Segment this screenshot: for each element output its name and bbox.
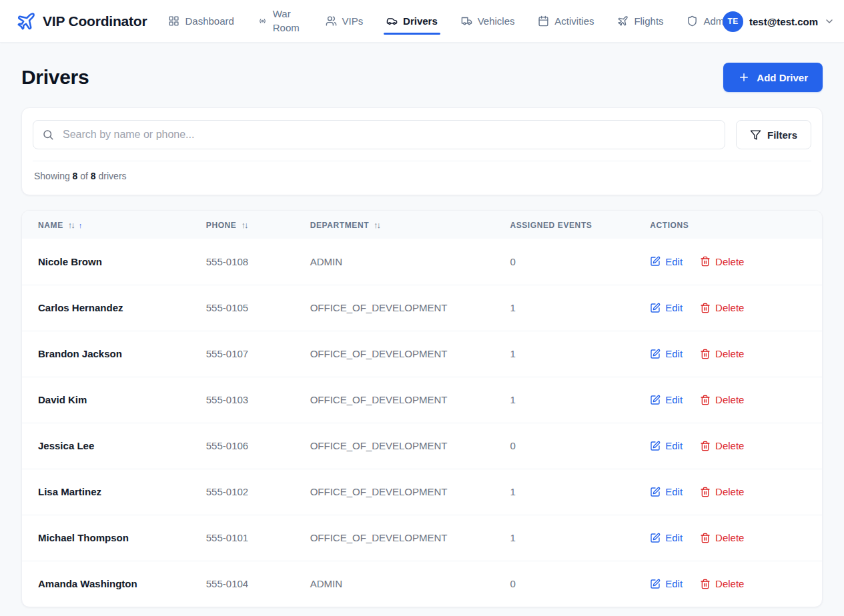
page-title: Drivers <box>21 66 89 89</box>
delete-label: Delete <box>715 394 744 405</box>
delete-label: Delete <box>715 578 744 589</box>
edit-label: Edit <box>665 256 683 267</box>
edit-driver-button[interactable]: Edit <box>650 302 683 313</box>
filters-button[interactable]: Filters <box>736 120 811 149</box>
car-icon <box>386 15 398 27</box>
delete-driver-button[interactable]: Delete <box>700 256 744 267</box>
nav-item-dashboard[interactable]: Dashboard <box>167 13 235 29</box>
chevron-down-icon[interactable] <box>824 16 835 27</box>
driver-phone: 555-0103 <box>190 377 294 423</box>
edit-pencil-icon <box>650 487 661 497</box>
driver-row: Amanda Washington 555-0104 ADMIN 0 Edit <box>22 561 822 607</box>
driver-department: OFFICE_OF_DEVELOPMENT <box>294 285 494 331</box>
driver-name: Lisa Martinez <box>22 469 190 515</box>
delete-driver-button[interactable]: Delete <box>700 302 744 313</box>
delete-driver-button[interactable]: Delete <box>700 394 744 405</box>
delete-driver-button[interactable]: Delete <box>700 578 744 589</box>
drivers-table-card: NAME↑↓↑ PHONE↑↓ DEPARTMENT↑↓ ASSIGNED EV… <box>21 210 823 607</box>
column-header-actions: ACTIONS <box>634 211 822 239</box>
edit-label: Edit <box>665 486 683 497</box>
edit-driver-button[interactable]: Edit <box>650 256 683 267</box>
driver-name: Michael Thompson <box>22 515 190 561</box>
driver-row: Carlos Hernandez 555-0105 OFFICE_OF_DEVE… <box>22 285 822 331</box>
page-header: Drivers Add Driver <box>21 63 823 92</box>
nav-label: VIPs <box>342 15 364 27</box>
driver-name: Amanda Washington <box>22 561 190 607</box>
calendar-icon <box>538 15 549 27</box>
driver-department: ADMIN <box>294 561 494 607</box>
driver-phone: 555-0108 <box>190 239 294 285</box>
table-header-row: NAME↑↓↑ PHONE↑↓ DEPARTMENT↑↓ ASSIGNED EV… <box>22 211 822 239</box>
trash-icon <box>700 349 711 359</box>
radio-icon <box>258 16 268 26</box>
delete-driver-button[interactable]: Delete <box>700 440 744 451</box>
edit-label: Edit <box>665 578 683 589</box>
driver-assigned-events: 0 <box>494 423 634 469</box>
delete-label: Delete <box>715 256 744 267</box>
brand: VIP Coordinator <box>16 11 147 31</box>
user-menu[interactable]: TE test@test.com <box>723 0 835 43</box>
people-icon <box>326 15 337 27</box>
driver-name: Carlos Hernandez <box>22 285 190 331</box>
driver-department: OFFICE_OF_DEVELOPMENT <box>294 469 494 515</box>
row-actions: Edit Delete <box>650 348 806 359</box>
trash-icon <box>700 579 711 589</box>
add-driver-button[interactable]: Add Driver <box>723 63 823 92</box>
results-count: Showing 8 of 8 drivers <box>33 161 811 184</box>
driver-row: Michael Thompson 555-0101 OFFICE_OF_DEVE… <box>22 515 822 561</box>
edit-driver-button[interactable]: Edit <box>650 348 683 359</box>
column-label: DEPARTMENT <box>310 221 369 230</box>
edit-label: Edit <box>665 302 683 313</box>
driver-row: Nicole Brown 555-0108 ADMIN 0 Edit <box>22 239 822 285</box>
user-email: test@test.com <box>749 16 818 27</box>
drivers-page: Drivers Add Driver <box>0 43 844 607</box>
nav-item-flights[interactable]: Flights <box>616 13 665 29</box>
edit-driver-button[interactable]: Edit <box>650 532 683 543</box>
nav-label: Activities <box>554 15 594 27</box>
nav-item-war-room[interactable]: War Room <box>256 5 304 37</box>
row-actions: Edit Delete <box>650 532 806 543</box>
column-header-name[interactable]: NAME↑↓↑ <box>22 211 190 239</box>
avatar[interactable]: TE <box>723 11 743 32</box>
edit-pencil-icon <box>650 256 661 267</box>
of-word: of <box>80 171 88 181</box>
edit-label: Edit <box>665 440 683 451</box>
delete-driver-button[interactable]: Delete <box>700 348 744 359</box>
trash-icon <box>700 256 711 267</box>
column-header-phone[interactable]: PHONE↑↓ <box>190 211 294 239</box>
driver-assigned-events: 1 <box>494 331 634 377</box>
delete-driver-button[interactable]: Delete <box>700 532 744 543</box>
edit-driver-button[interactable]: Edit <box>650 486 683 497</box>
driver-row: Jessica Lee 555-0106 OFFICE_OF_DEVELOPME… <box>22 423 822 469</box>
search-input[interactable] <box>33 120 725 149</box>
search-box <box>33 120 725 149</box>
row-actions: Edit Delete <box>650 578 806 589</box>
trash-icon <box>700 441 711 451</box>
edit-driver-button[interactable]: Edit <box>650 578 683 589</box>
driver-row: Brandon Jackson 555-0107 OFFICE_OF_DEVEL… <box>22 331 822 377</box>
driver-department: ADMIN <box>294 239 494 285</box>
edit-driver-button[interactable]: Edit <box>650 440 683 451</box>
brand-name: VIP Coordinator <box>43 13 147 29</box>
drivers-table: NAME↑↓↑ PHONE↑↓ DEPARTMENT↑↓ ASSIGNED EV… <box>22 211 822 607</box>
search-filter-card: Filters Showing 8 of 8 drivers <box>21 107 823 195</box>
column-label: NAME <box>38 221 63 230</box>
driver-assigned-events: 1 <box>494 515 634 561</box>
plus-icon <box>738 71 750 83</box>
delete-driver-button[interactable]: Delete <box>700 486 744 497</box>
edit-driver-button[interactable]: Edit <box>650 394 683 405</box>
edit-label: Edit <box>665 348 683 359</box>
nav-item-vehicles[interactable]: Vehicles <box>460 13 516 29</box>
driver-department: OFFICE_OF_DEVELOPMENT <box>294 331 494 377</box>
nav-label: Vehicles <box>478 15 515 27</box>
nav-item-activities[interactable]: Activities <box>536 13 595 29</box>
driver-phone: 555-0106 <box>190 423 294 469</box>
plane-icon <box>617 15 628 27</box>
driver-name: David Kim <box>22 377 190 423</box>
nav-item-drivers[interactable]: Drivers <box>385 13 439 29</box>
sort-asc-indicator: ↑ <box>79 221 83 229</box>
trash-icon <box>700 395 711 405</box>
nav-item-vips[interactable]: VIPs <box>324 13 365 29</box>
column-header-department[interactable]: DEPARTMENT↑↓ <box>294 211 494 239</box>
driver-phone: 555-0105 <box>190 285 294 331</box>
